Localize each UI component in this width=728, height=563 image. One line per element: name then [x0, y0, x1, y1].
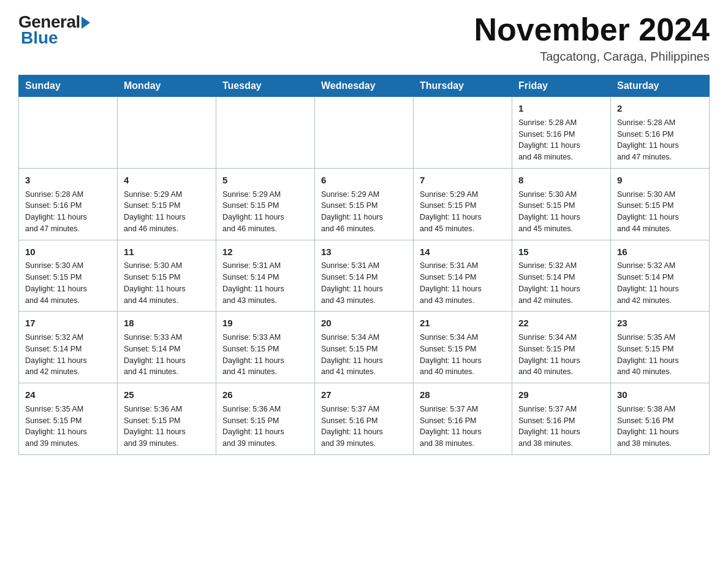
day-info: Sunrise: 5:34 AM Sunset: 5:15 PM Dayligh… — [518, 332, 604, 378]
calendar-cell — [315, 97, 414, 169]
calendar-cell: 8Sunrise: 5:30 AM Sunset: 5:15 PM Daylig… — [512, 168, 611, 240]
day-number: 29 — [518, 388, 604, 402]
calendar-cell — [216, 97, 315, 169]
day-number: 7 — [420, 174, 506, 187]
day-info: Sunrise: 5:32 AM Sunset: 5:14 PM Dayligh… — [617, 260, 703, 306]
day-info: Sunrise: 5:31 AM Sunset: 5:14 PM Dayligh… — [222, 260, 308, 306]
weekday-header-thursday: Thursday — [414, 75, 512, 97]
weekday-header-monday: Monday — [118, 75, 216, 97]
day-number: 9 — [617, 174, 703, 187]
day-number: 2 — [617, 102, 703, 115]
day-info: Sunrise: 5:28 AM Sunset: 5:16 PM Dayligh… — [25, 189, 111, 235]
weekday-header-saturday: Saturday — [611, 75, 710, 97]
page-header: General Blue November 2024 Tagcatong, Ca… — [18, 12, 710, 64]
day-number: 26 — [222, 388, 308, 402]
calendar-cell: 29Sunrise: 5:37 AM Sunset: 5:16 PM Dayli… — [512, 383, 611, 455]
day-number: 11 — [124, 245, 210, 259]
logo-blue-label: Blue — [21, 28, 58, 48]
day-number: 14 — [420, 245, 506, 259]
day-number: 6 — [321, 174, 407, 187]
day-number: 5 — [222, 174, 308, 187]
calendar-cell: 26Sunrise: 5:36 AM Sunset: 5:15 PM Dayli… — [216, 383, 315, 455]
day-info: Sunrise: 5:29 AM Sunset: 5:15 PM Dayligh… — [420, 189, 506, 235]
day-info: Sunrise: 5:36 AM Sunset: 5:15 PM Dayligh… — [222, 404, 308, 450]
calendar-cell: 5Sunrise: 5:29 AM Sunset: 5:15 PM Daylig… — [216, 168, 315, 240]
logo-arrow-icon — [82, 17, 90, 29]
day-info: Sunrise: 5:37 AM Sunset: 5:16 PM Dayligh… — [420, 404, 506, 450]
day-number: 18 — [124, 316, 210, 330]
day-number: 17 — [25, 316, 111, 330]
day-number: 25 — [124, 388, 210, 402]
weekday-header-wednesday: Wednesday — [315, 75, 414, 97]
calendar-cell: 14Sunrise: 5:31 AM Sunset: 5:14 PM Dayli… — [414, 240, 512, 312]
day-info: Sunrise: 5:30 AM Sunset: 5:15 PM Dayligh… — [518, 189, 604, 235]
calendar-cell: 1Sunrise: 5:28 AM Sunset: 5:16 PM Daylig… — [512, 97, 611, 169]
calendar-cell: 6Sunrise: 5:29 AM Sunset: 5:15 PM Daylig… — [315, 168, 414, 240]
day-number: 1 — [518, 102, 604, 115]
day-number: 27 — [321, 388, 407, 402]
calendar-cell: 23Sunrise: 5:35 AM Sunset: 5:15 PM Dayli… — [611, 312, 710, 383]
day-number: 28 — [420, 388, 506, 402]
calendar-cell: 27Sunrise: 5:37 AM Sunset: 5:16 PM Dayli… — [315, 383, 414, 455]
day-info: Sunrise: 5:30 AM Sunset: 5:15 PM Dayligh… — [617, 189, 703, 235]
calendar-cell: 28Sunrise: 5:37 AM Sunset: 5:16 PM Dayli… — [414, 383, 512, 455]
day-info: Sunrise: 5:37 AM Sunset: 5:16 PM Dayligh… — [321, 404, 407, 450]
day-number: 30 — [617, 388, 703, 402]
day-info: Sunrise: 5:29 AM Sunset: 5:15 PM Dayligh… — [222, 189, 308, 235]
calendar-week-row: 1Sunrise: 5:28 AM Sunset: 5:16 PM Daylig… — [19, 97, 710, 169]
day-number: 19 — [222, 316, 308, 330]
day-number: 12 — [222, 245, 308, 259]
day-number: 20 — [321, 316, 407, 330]
day-number: 21 — [420, 316, 506, 330]
day-info: Sunrise: 5:32 AM Sunset: 5:14 PM Dayligh… — [25, 332, 111, 378]
day-info: Sunrise: 5:29 AM Sunset: 5:15 PM Dayligh… — [321, 189, 407, 235]
day-number: 22 — [518, 316, 604, 330]
day-number: 16 — [617, 245, 703, 259]
calendar-cell — [19, 97, 118, 169]
day-number: 24 — [25, 388, 111, 402]
calendar-cell: 3Sunrise: 5:28 AM Sunset: 5:16 PM Daylig… — [19, 168, 118, 240]
calendar-cell: 25Sunrise: 5:36 AM Sunset: 5:15 PM Dayli… — [118, 383, 216, 455]
day-info: Sunrise: 5:28 AM Sunset: 5:16 PM Dayligh… — [518, 117, 604, 163]
calendar-cell: 7Sunrise: 5:29 AM Sunset: 5:15 PM Daylig… — [414, 168, 512, 240]
day-info: Sunrise: 5:31 AM Sunset: 5:14 PM Dayligh… — [321, 260, 407, 306]
calendar-cell: 24Sunrise: 5:35 AM Sunset: 5:15 PM Dayli… — [19, 383, 118, 455]
day-number: 15 — [518, 245, 604, 259]
calendar-cell: 12Sunrise: 5:31 AM Sunset: 5:14 PM Dayli… — [216, 240, 315, 312]
day-number: 8 — [518, 174, 604, 187]
day-info: Sunrise: 5:36 AM Sunset: 5:15 PM Dayligh… — [124, 404, 210, 450]
weekday-header-sunday: Sunday — [19, 75, 118, 97]
calendar-cell: 21Sunrise: 5:34 AM Sunset: 5:15 PM Dayli… — [414, 312, 512, 383]
day-info: Sunrise: 5:29 AM Sunset: 5:15 PM Dayligh… — [124, 189, 210, 235]
location-label: Tagcatong, Caraga, Philippines — [474, 50, 710, 64]
day-number: 23 — [617, 316, 703, 330]
calendar-cell: 2Sunrise: 5:28 AM Sunset: 5:16 PM Daylig… — [611, 97, 710, 169]
calendar-cell: 17Sunrise: 5:32 AM Sunset: 5:14 PM Dayli… — [19, 312, 118, 383]
day-number: 4 — [124, 174, 210, 187]
logo: General Blue — [18, 12, 90, 48]
calendar-cell: 11Sunrise: 5:30 AM Sunset: 5:15 PM Dayli… — [118, 240, 216, 312]
calendar-table: SundayMondayTuesdayWednesdayThursdayFrid… — [18, 75, 710, 455]
calendar-cell: 16Sunrise: 5:32 AM Sunset: 5:14 PM Dayli… — [611, 240, 710, 312]
calendar-cell: 15Sunrise: 5:32 AM Sunset: 5:14 PM Dayli… — [512, 240, 611, 312]
calendar-cell — [118, 97, 216, 169]
day-info: Sunrise: 5:33 AM Sunset: 5:15 PM Dayligh… — [222, 332, 308, 378]
calendar-cell: 19Sunrise: 5:33 AM Sunset: 5:15 PM Dayli… — [216, 312, 315, 383]
weekday-header-friday: Friday — [512, 75, 611, 97]
day-number: 10 — [25, 245, 111, 259]
calendar-cell — [414, 97, 512, 169]
day-info: Sunrise: 5:35 AM Sunset: 5:15 PM Dayligh… — [617, 332, 703, 378]
day-info: Sunrise: 5:30 AM Sunset: 5:15 PM Dayligh… — [124, 260, 210, 306]
calendar-cell: 13Sunrise: 5:31 AM Sunset: 5:14 PM Dayli… — [315, 240, 414, 312]
day-info: Sunrise: 5:30 AM Sunset: 5:15 PM Dayligh… — [25, 260, 111, 306]
month-title: November 2024 — [474, 12, 710, 47]
calendar-week-row: 3Sunrise: 5:28 AM Sunset: 5:16 PM Daylig… — [19, 168, 710, 240]
day-info: Sunrise: 5:28 AM Sunset: 5:16 PM Dayligh… — [617, 117, 703, 163]
calendar-cell: 9Sunrise: 5:30 AM Sunset: 5:15 PM Daylig… — [611, 168, 710, 240]
calendar-cell: 20Sunrise: 5:34 AM Sunset: 5:15 PM Dayli… — [315, 312, 414, 383]
weekday-header-row: SundayMondayTuesdayWednesdayThursdayFrid… — [19, 75, 710, 97]
calendar-cell: 10Sunrise: 5:30 AM Sunset: 5:15 PM Dayli… — [19, 240, 118, 312]
calendar-week-row: 17Sunrise: 5:32 AM Sunset: 5:14 PM Dayli… — [19, 312, 710, 383]
calendar-cell: 4Sunrise: 5:29 AM Sunset: 5:15 PM Daylig… — [118, 168, 216, 240]
day-info: Sunrise: 5:32 AM Sunset: 5:14 PM Dayligh… — [518, 260, 604, 306]
